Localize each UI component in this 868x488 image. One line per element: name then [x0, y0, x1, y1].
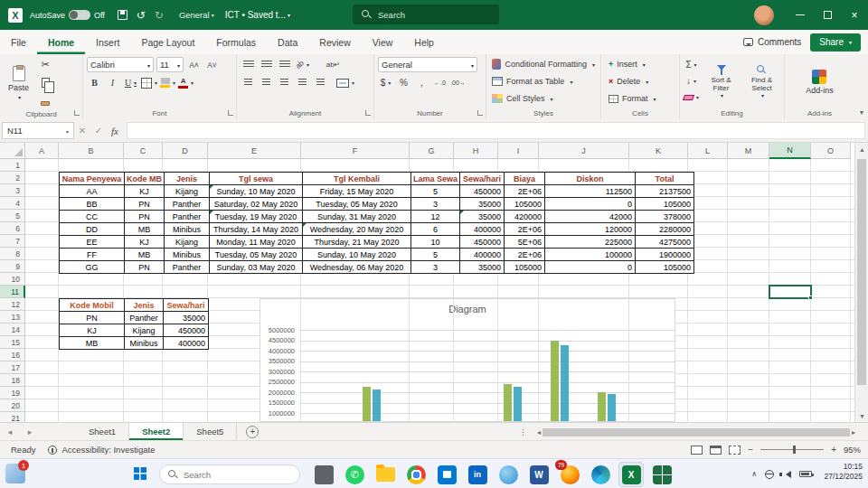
decrease-indent-button[interactable]	[295, 75, 310, 90]
cell[interactable]: Sunday, 03 May 2020	[210, 261, 303, 274]
copy-button[interactable]	[37, 75, 53, 90]
title-search-box[interactable]	[353, 5, 499, 24]
cell[interactable]: MB	[60, 337, 125, 350]
sheet-nav-right-icon[interactable]: ▸	[20, 423, 40, 440]
column-header-O[interactable]: O	[811, 143, 851, 159]
cell[interactable]: 105000	[636, 261, 694, 274]
cell[interactable]: 450000	[460, 236, 505, 249]
linkedin-icon[interactable]: in	[465, 462, 490, 487]
start-button[interactable]	[134, 467, 146, 480]
excel-active-icon[interactable]: X	[618, 462, 644, 487]
align-top-button[interactable]	[241, 57, 256, 72]
font-dialog-launcher-icon[interactable]	[228, 110, 233, 116]
row-header-1[interactable]: 1	[0, 159, 25, 172]
bold-button[interactable]: B	[87, 75, 102, 90]
name-box[interactable]: N11	[2, 122, 74, 139]
cell[interactable]: 105000	[636, 198, 694, 211]
format-painter-button[interactable]	[37, 93, 53, 108]
cell-styles-button[interactable]: Cell Styles	[490, 90, 597, 107]
cell[interactable]: MB	[125, 249, 165, 261]
cancel-icon[interactable]: ✕	[74, 126, 90, 136]
column-header-F[interactable]: F	[301, 143, 410, 159]
header-cell[interactable]: Kode Mobil	[60, 299, 125, 312]
cell[interactable]: Tuesday, 05 May 2020	[210, 249, 303, 261]
cell[interactable]: Wednesday, 20 May 2020	[303, 223, 411, 236]
align-right-button[interactable]	[277, 75, 292, 90]
header-cell[interactable]: Kode MB	[125, 173, 165, 185]
decrease-decimal-button[interactable]: .00→	[450, 75, 466, 90]
header-cell[interactable]: Jenis	[165, 173, 210, 185]
cell[interactable]: 35000	[164, 312, 209, 324]
header-cell[interactable]: Sewa/hari	[460, 173, 505, 185]
cell[interactable]: 5	[411, 185, 460, 198]
font-color-button[interactable]: A	[178, 75, 193, 90]
spreadsheet-icon[interactable]	[649, 462, 675, 487]
increase-indent-button[interactable]	[313, 75, 328, 90]
chrome-icon[interactable]	[403, 462, 429, 487]
row-header-2[interactable]: 2	[0, 172, 25, 184]
cell[interactable]: Thursday, 14 May 2020	[210, 223, 303, 236]
column-header-A[interactable]: A	[25, 143, 59, 159]
cell[interactable]: PN	[125, 211, 165, 223]
cell[interactable]: Panther	[165, 211, 210, 223]
cell[interactable]: EE	[60, 236, 125, 249]
fill-color-button[interactable]	[160, 75, 175, 90]
header-cell[interactable]: Sewa/hari	[164, 299, 209, 312]
header-cell[interactable]: Tgl sewa	[210, 173, 303, 185]
zoom-in-button[interactable]: +	[831, 445, 836, 455]
row-header-13[interactable]: 13	[0, 311, 25, 324]
addins-button[interactable]: Add-ins	[801, 57, 838, 108]
ribbon-tab-file[interactable]: File	[0, 30, 37, 54]
cell[interactable]: 105000	[505, 261, 545, 274]
row-header-12[interactable]: 12	[0, 298, 25, 311]
volume-icon[interactable]	[782, 471, 791, 478]
row-header-5[interactable]: 5	[0, 210, 25, 222]
row-header-6[interactable]: 6	[0, 222, 25, 235]
cell[interactable]: 420000	[505, 211, 545, 223]
cell[interactable]: Sunday, 10 May 2020	[303, 249, 411, 261]
row-header-10[interactable]: 10	[0, 273, 25, 286]
cell[interactable]: 120000	[545, 223, 636, 236]
cell[interactable]: Kijang	[165, 236, 210, 249]
clear-button[interactable]	[684, 89, 699, 105]
cell[interactable]: PN	[125, 198, 165, 211]
cell[interactable]: Saturday, 02 May 2020	[210, 198, 303, 211]
row-header-11[interactable]: 11	[0, 286, 25, 298]
cell[interactable]: 100000	[545, 249, 636, 261]
delete-cells-button[interactable]: ×Delete	[607, 73, 674, 89]
format-as-table-button[interactable]: Format as Table	[490, 73, 597, 89]
autosave-toggle[interactable]: AutoSave Off	[30, 10, 105, 20]
scroll-down-icon[interactable]: ▼	[855, 409, 868, 422]
cell[interactable]: PN	[125, 261, 165, 274]
cell[interactable]: Tuesday, 19 May 2020	[210, 211, 303, 223]
ribbon-tab-view[interactable]: View	[362, 30, 404, 54]
restore-button[interactable]	[814, 0, 841, 30]
cell[interactable]: DD	[60, 223, 125, 236]
comments-button[interactable]: Comments	[743, 37, 801, 47]
horizontal-scrollbar[interactable]: ◂ ▸	[537, 426, 855, 438]
decrease-font-button[interactable]: A˅	[204, 57, 220, 72]
increase-font-button[interactable]: A˄	[186, 57, 202, 72]
row-header-18[interactable]: 18	[0, 374, 25, 387]
cell[interactable]: 12	[411, 211, 460, 223]
cell[interactable]: Kijang	[125, 324, 164, 337]
sheet-nav-left-icon[interactable]: ◂	[0, 423, 20, 440]
column-header-N[interactable]: N	[769, 143, 811, 159]
find-select-button[interactable]: Find & Select	[743, 57, 780, 108]
tray-expand-icon[interactable]: ∧	[751, 470, 757, 478]
page-break-view-button[interactable]	[729, 446, 741, 455]
row-header-15[interactable]: 15	[0, 336, 25, 349]
cell[interactable]: Tuesday, 05 May 2020	[303, 198, 411, 211]
redo-button[interactable]: ↻	[150, 5, 168, 25]
cell[interactable]: 378000	[636, 211, 694, 223]
page-layout-view-button[interactable]	[710, 446, 722, 455]
cell[interactable]: 10	[411, 236, 460, 249]
wrap-text-button[interactable]: ab↵	[326, 57, 341, 72]
header-cell[interactable]: Nama Penyewa	[60, 173, 125, 185]
selected-cell-N11[interactable]	[769, 285, 812, 299]
clipboard-dialog-launcher-icon[interactable]	[74, 110, 80, 116]
ribbon-tab-review[interactable]: Review	[308, 30, 361, 54]
cell[interactable]: MB	[125, 223, 165, 236]
underline-button[interactable]: U	[123, 75, 138, 90]
italic-button[interactable]: I	[105, 75, 120, 90]
